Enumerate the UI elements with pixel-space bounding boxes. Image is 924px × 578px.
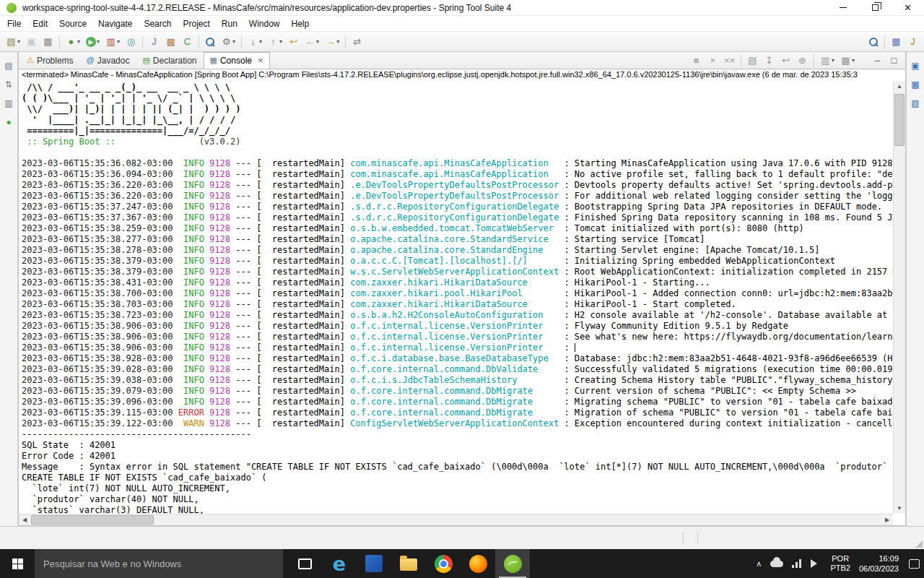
horizontal-scrollbar[interactable]: ◀ ▶ (19, 514, 893, 525)
print-icon[interactable]: ▦ (40, 34, 56, 50)
log-timestamp: 2023-03-06T15:35:38.700-03:00 (22, 288, 173, 298)
blue-app-icon[interactable] (357, 549, 391, 578)
remove-all-launches-icon[interactable]: ×× (722, 53, 737, 68)
vertical-scrollbar[interactable]: ▲ ▼ (893, 81, 905, 514)
snippets-view-icon[interactable]: ▧ (909, 97, 922, 110)
minimize-button[interactable] (827, 0, 859, 16)
console-output[interactable]: /\\ / ___'_ __ _ _(_)_ __ __ _ \ \ \ \ (… (19, 81, 893, 514)
view-menu-icon[interactable]: ▤ (2, 59, 15, 72)
close-button[interactable]: × (892, 0, 924, 16)
toolbar-search-icon[interactable] (866, 34, 881, 50)
scroll-down-icon[interactable]: ▼ (894, 503, 905, 514)
back-icon[interactable]: ←▾ (302, 34, 321, 50)
close-icon: × (905, 2, 911, 14)
tray-expand-icon[interactable]: ∧ (756, 560, 762, 568)
external-tools-icon[interactable]: ⚙▾ (219, 34, 237, 50)
app-icon[interactable] (6, 3, 17, 13)
vertical-scroll-thumb[interactable] (894, 94, 905, 146)
open-console-icon[interactable]: ▩▾ (838, 53, 857, 68)
scroll-up-icon[interactable]: ▲ (894, 81, 905, 92)
display-console-icon[interactable]: ▥▾ (818, 53, 837, 68)
new-package-icon[interactable]: ▩ (163, 34, 178, 50)
menu-window[interactable]: Window (243, 17, 286, 30)
log-level: INFO (178, 386, 204, 396)
boot-dashboard-icon[interactable]: ◎ (123, 34, 139, 50)
menu-file[interactable]: File (1, 17, 27, 30)
console-toolbar: ■×××▤↧↩⊕▥▾▩▾ (688, 52, 858, 69)
task-list-view-icon[interactable]: ▦ (909, 78, 922, 91)
network-icon[interactable] (792, 559, 802, 568)
chrome-icon[interactable] (426, 549, 461, 578)
action-center-icon[interactable] (909, 559, 920, 569)
status-separator (697, 532, 698, 545)
remove-launch-icon[interactable]: × (705, 53, 720, 68)
horizontal-scroll-thumb[interactable] (31, 515, 154, 525)
restore-button[interactable] (859, 0, 892, 16)
run-icon[interactable]: ▶▾ (84, 34, 102, 50)
task-view-icon[interactable] (287, 549, 322, 578)
log-logger: .e.DevToolsPropertyDefaultsPostProcessor (350, 191, 559, 201)
menu-help[interactable]: Help (286, 17, 315, 30)
editor-area-icon[interactable]: ▥ (2, 97, 15, 110)
pin-console-icon[interactable]: ⊕ (795, 53, 810, 68)
new-wizard-icon[interactable]: ▤▾ (4, 34, 22, 50)
tab-javadoc[interactable]: @Javadoc (80, 52, 136, 69)
synchronize-icon[interactable]: ⇅ (2, 78, 15, 91)
file-explorer-icon[interactable] (391, 549, 426, 578)
language-indicator[interactable]: POR PTB2 (830, 554, 850, 573)
start-button[interactable] (0, 549, 35, 578)
menu-project[interactable]: Project (177, 17, 215, 30)
search-icon[interactable] (203, 34, 217, 50)
tab-close-icon[interactable]: × (258, 56, 263, 65)
scroll-right-icon[interactable]: ▶ (881, 514, 893, 525)
firefox-icon-glyph (469, 555, 487, 573)
scroll-lock-icon[interactable]: ↧ (762, 53, 777, 68)
prev-annotation-icon[interactable]: ↑▾ (266, 34, 284, 50)
boot-app-running-icon[interactable]: ● (2, 116, 15, 129)
edge-icon[interactable]: e (322, 549, 357, 578)
keyboard-layout: PTB2 (830, 564, 850, 573)
word-wrap-icon[interactable]: ↩ (778, 53, 793, 68)
next-annotation-icon[interactable]: ↓▾ (245, 34, 264, 50)
spring-tool-suite-icon[interactable] (495, 549, 530, 578)
new-class-icon[interactable]: C (180, 34, 195, 50)
clear-console-icon[interactable]: ▤ (745, 53, 760, 68)
tab-console[interactable]: ▦Console× (204, 52, 270, 69)
taskbar-search-input[interactable] (35, 549, 283, 578)
clock[interactable]: 16:09 06/03/2023 (859, 553, 899, 574)
menu-search[interactable]: Search (138, 17, 177, 30)
java-perspective-icon[interactable]: J (905, 34, 920, 50)
tab-declaration[interactable]: ▤Declaration (136, 52, 203, 69)
menu-source[interactable]: Source (53, 17, 92, 30)
log-logger: o.f.c.internal.license.VersionPrinter (350, 321, 559, 331)
terminate-icon[interactable]: ■ (689, 53, 704, 68)
main-toolbar: ▤▾▣▦●▾▶▾▥▾◎J▩C⚙▾↓▾↑▾↩←▾→▾⇄ ▦J (0, 32, 924, 52)
tab-problems[interactable]: ⚠Problems (20, 52, 80, 69)
last-edit-location-icon[interactable]: ↩ (286, 34, 301, 50)
log-thread: --- [ restartedMain] (230, 397, 350, 407)
menu-edit[interactable]: Edit (27, 17, 53, 30)
open-perspective-icon[interactable]: ▦ (889, 34, 904, 50)
toolbar-separator (241, 35, 242, 48)
scroll-left-icon[interactable]: ◀ (19, 514, 30, 525)
new-java-project-icon[interactable]: J (147, 34, 162, 50)
volume-icon[interactable] (811, 559, 821, 568)
toolbar-separator (741, 54, 741, 67)
debug-icon[interactable]: ●▾ (64, 34, 82, 50)
console-text-line: `produtor` varchar(40) NOT NULL, (22, 494, 893, 505)
log-timestamp: 2023-03-06T15:35:38.723-03:00 (22, 310, 173, 320)
tab-label: Problems (37, 56, 74, 66)
onedrive-icon[interactable] (770, 561, 783, 567)
outline-view-icon[interactable]: ▣ (909, 59, 922, 72)
menu-navigate[interactable]: Navigate (92, 17, 138, 30)
resize-grip[interactable] (915, 540, 923, 548)
coverage-icon[interactable]: ▥▾ (103, 34, 122, 50)
menu-run[interactable]: Run (216, 17, 243, 30)
forward-icon[interactable]: →▾ (323, 34, 341, 50)
link-with-editor-icon[interactable]: ⇄ (349, 34, 365, 50)
maximize-view-icon[interactable]: □ (886, 53, 902, 68)
minimize-view-icon[interactable]: – (870, 53, 885, 68)
firefox-icon[interactable] (461, 549, 495, 578)
log-message: : See what's new here: https://flywaydb.… (559, 332, 893, 342)
save-icon[interactable]: ▣ (24, 34, 39, 50)
